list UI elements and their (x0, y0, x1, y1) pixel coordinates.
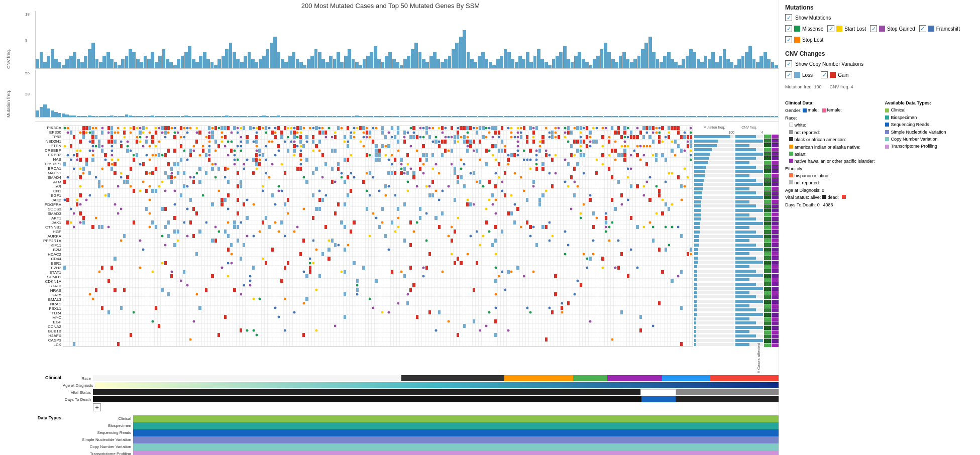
gene-set-cell (772, 339, 779, 343)
right-cnv-bar-row (735, 325, 763, 330)
show-mutations-row[interactable]: Show Mutations (785, 14, 973, 21)
chart-title: 200 Most Mutated Cases and Top 50 Mutate… (3, 2, 779, 10)
matrix-cell (690, 243, 693, 247)
matrix-row (63, 337, 693, 342)
dtype-bio-label: Biospecimen (63, 422, 133, 428)
cases-cell (764, 330, 771, 334)
frameshift-checkbox[interactable] (919, 25, 926, 32)
clinical-data-legend: Clinical Data: Gender: male: female: Rac… (785, 99, 973, 208)
cnv-bar (288, 56, 292, 68)
gain-checkbox[interactable] (821, 71, 828, 78)
avail-snv: Simple Nucleotide Variation (885, 129, 946, 136)
show-cnv-row[interactable]: Show Copy Number Variations (785, 60, 973, 67)
mut-bar (151, 116, 154, 117)
mut-bar (310, 116, 314, 117)
mut-bar (552, 116, 556, 117)
dtype-trans-label: Transcriptome Profiling (63, 450, 133, 455)
gene-label: BMAL3 (35, 297, 63, 302)
mut-bar (303, 116, 306, 117)
mut-bar (548, 116, 552, 117)
gene-sets-col-inner (772, 135, 779, 347)
show-mutations-checkbox[interactable] (785, 14, 792, 21)
cnv-bar (737, 59, 741, 68)
matrix-cell (690, 126, 693, 130)
right-cnv-bar-row (735, 256, 763, 261)
mut-bar (441, 116, 444, 117)
cnv-bar (366, 56, 370, 68)
race-not-reported: not reported: (785, 129, 875, 136)
cnv-bar (169, 62, 173, 68)
cnv-bar (496, 59, 500, 68)
mut-bar (333, 116, 337, 117)
available-data-legend: Available Data Types: Clinical Biospecim… (885, 99, 946, 208)
cnv-bar (485, 59, 489, 68)
mut-bar (626, 116, 629, 117)
mut-bar (422, 116, 425, 117)
cnv-bar (203, 52, 206, 68)
cases-cell (764, 165, 771, 169)
gene-set-cell (772, 221, 779, 225)
cnv-bar (522, 59, 525, 68)
cnv-bar (192, 59, 195, 68)
matrix-row (63, 257, 693, 261)
cnv-bar (600, 49, 604, 68)
stop-gained-checkbox[interactable] (870, 25, 877, 32)
mut-bar (545, 116, 548, 117)
add-track-button[interactable]: + (93, 403, 101, 411)
mut-bar (775, 116, 778, 117)
cnv-bar (102, 56, 106, 68)
gene-label: HAS (35, 157, 63, 162)
matrix-row (63, 193, 693, 198)
loss-checkbox[interactable] (785, 71, 792, 78)
gene-matrix-area: PIK3CAEP300TP53NSD2H1PTENCREBBPERBB2HAST… (35, 126, 779, 347)
show-cnv-checkbox[interactable] (785, 60, 792, 67)
mut-bar (496, 116, 500, 117)
matrix-row (63, 198, 693, 202)
cnv-bar (296, 59, 299, 68)
mut-bar (737, 116, 741, 117)
cnv-bar (578, 52, 581, 68)
cnv-bar (259, 59, 262, 68)
mut-bar (355, 116, 359, 117)
race-label: Race (63, 375, 93, 381)
right-cnv-bar-row (735, 260, 763, 265)
mut-bar (515, 116, 518, 117)
gene-set-cell (772, 252, 779, 256)
cnv-bar (775, 65, 778, 68)
mut-bar (481, 116, 485, 117)
cnv-bar (418, 52, 422, 68)
cnv-bar (660, 62, 663, 68)
cnv-bar (147, 59, 151, 68)
matrix-cell (690, 225, 693, 229)
stop-gained-swatch (879, 26, 885, 32)
cnv-bar (84, 56, 87, 68)
matrix-row (63, 234, 693, 239)
matrix-cell (690, 135, 693, 139)
cnv-freq-scale-label: CNV freq. 4 (830, 84, 853, 89)
matrix-cell (690, 319, 693, 323)
cases-cell (764, 239, 771, 243)
mut-bar (671, 116, 674, 117)
gene-set-cell (772, 156, 779, 160)
stop-lost-checkbox[interactable] (785, 36, 792, 43)
cnv-bar (188, 46, 191, 68)
start-lost-checkbox[interactable] (827, 25, 834, 32)
missense-swatch (794, 26, 800, 32)
cases-cell (764, 161, 771, 165)
gene-set-cell (772, 182, 779, 186)
cnv-bar (155, 62, 158, 68)
missense-checkbox[interactable] (785, 25, 792, 32)
dtype-cnv: Copy Number Variation (63, 443, 779, 449)
cnv-bar (455, 43, 459, 68)
cnv-bar (533, 56, 537, 68)
matrix-row (63, 202, 693, 207)
mut-bar (507, 116, 511, 117)
mut-freq-chart: Mutation freq. 56 28 (35, 70, 779, 118)
cases-cell (764, 208, 771, 212)
mut-bar (656, 116, 660, 117)
gene-label: LCK (35, 343, 63, 347)
mut-bar (229, 116, 233, 117)
right-mut-bar-row (694, 299, 734, 304)
cnv-bar (222, 56, 225, 68)
gene-set-cell (772, 169, 779, 173)
